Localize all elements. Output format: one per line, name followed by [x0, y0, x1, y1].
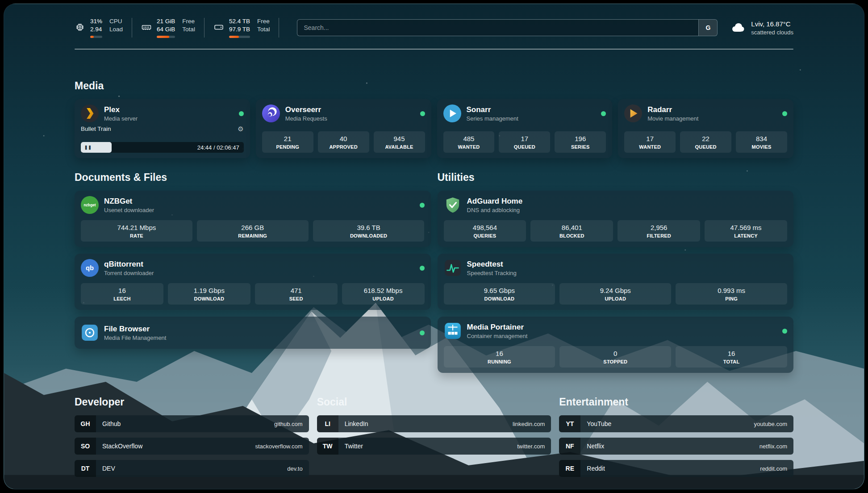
app-name: qBittorrent — [104, 259, 154, 269]
sonarr-icon — [443, 104, 461, 122]
bookmark-name: LinkedIn — [345, 420, 368, 427]
search-input[interactable] — [297, 19, 718, 36]
bookmark-name: StackOverflow — [102, 443, 142, 450]
section-utilities: Utilities Ad — [438, 171, 794, 373]
bookmark-abbr: YT — [559, 415, 580, 432]
stat-queries: 498,564 QUERIES — [444, 220, 526, 242]
cpu-percent: 31% — [90, 17, 102, 25]
weather-location: Lviv, 16.87°C — [751, 20, 793, 29]
section-title-developer: Developer — [75, 396, 309, 408]
app-card-sonarr[interactable]: Sonarr Series management 485 WANTED — [437, 99, 613, 158]
app-card-radarr[interactable]: Radarr Movie management 17 WANTED 2 — [618, 99, 793, 158]
bookmark-abbr: NF — [559, 438, 580, 455]
stat-download: 1.19 Gbps DOWNLOAD — [168, 283, 250, 305]
dashboard-content: 31% 2.94 CPU Load — [4, 4, 864, 482]
pause-icon[interactable]: ❚❚ — [81, 145, 92, 150]
app-card-overseerr[interactable]: Overseerr Media Requests 21 PENDING — [256, 99, 431, 158]
topbar-separator — [279, 18, 279, 38]
app-name: Radarr — [647, 105, 698, 114]
bookmark-reddit[interactable]: RE Reddit reddit.com — [559, 460, 793, 477]
stat-queued: 22 QUEUED — [680, 131, 731, 153]
status-dot — [420, 203, 425, 208]
section-social: Social LI LinkedIn linkedin.com TW Twitt… — [317, 396, 551, 482]
stat-filtered: 2,956 FILTERED — [618, 220, 700, 242]
bookmark-twitter[interactable]: TW Twitter twitter.com — [317, 438, 551, 455]
plex-icon — [81, 104, 99, 122]
section-documents: Documents & Files nzbget NZBGet — [75, 171, 431, 373]
overseerr-icon — [262, 104, 280, 122]
disk-free-label: Free — [257, 17, 270, 25]
ram-usage-bar — [157, 36, 175, 38]
section-title-entertainment: Entertainment — [559, 396, 793, 408]
topbar: 31% 2.94 CPU Load — [75, 17, 793, 38]
bookmark-stackoverflow[interactable]: SO StackOverflow stackoverflow.com — [75, 438, 309, 455]
bookmark-url: stackoverflow.com — [255, 443, 302, 450]
gear-icon[interactable]: ⚙ — [238, 125, 243, 132]
stat-wanted: 485 WANTED — [443, 131, 495, 153]
app-card-filebrowser[interactable]: File Browser Media File Management — [75, 317, 431, 349]
dashboard-panel: 31% 2.94 CPU Load — [4, 4, 864, 489]
stat-movies: 834 MOVIES — [736, 131, 787, 153]
section-title-social: Social — [317, 396, 551, 408]
app-subtitle: Series management — [467, 115, 518, 122]
app-card-portainer[interactable]: Media Portainer Container management 16 … — [438, 317, 794, 373]
app-subtitle: Torrent downloader — [104, 270, 154, 277]
app-subtitle: Usenet downloader — [104, 207, 154, 214]
bookmark-abbr: GH — [75, 415, 96, 432]
status-dot — [239, 111, 244, 116]
bookmark-url: reddit.com — [760, 465, 787, 472]
bookmark-abbr: RE — [559, 460, 580, 477]
disk-icon — [213, 22, 224, 33]
stat-upload: 618.52 Mbps UPLOAD — [342, 283, 425, 305]
app-card-adguard[interactable]: AdGuard Home DNS and adblocking 498,564 … — [438, 191, 794, 247]
status-dot — [420, 266, 425, 271]
disk-free-value: 52.4 TB — [229, 17, 250, 25]
app-card-speedtest[interactable]: Speedtest Speedtest Tracking 9.65 Gbps D… — [438, 254, 794, 310]
search-engine-button[interactable]: G — [698, 20, 717, 36]
bookmark-url: dev.to — [287, 465, 302, 472]
section-title-documents: Documents & Files — [75, 171, 431, 184]
stat-available: 945 AVAILABLE — [374, 131, 425, 153]
app-subtitle: Media server — [104, 115, 138, 122]
app-name: Sonarr — [467, 105, 518, 114]
bookmark-dev[interactable]: DT DEV dev.to — [75, 460, 309, 477]
svg-text:qb: qb — [86, 264, 94, 272]
cpu-label: CPU — [109, 17, 123, 25]
stat-rate: 744.21 Mbps RATE — [81, 220, 192, 242]
status-dot — [420, 111, 425, 116]
stat-downloaded: 39.6 TB DOWNLOADED — [313, 220, 425, 242]
stat-wanted: 17 WANTED — [624, 131, 676, 153]
app-name: Plex — [104, 105, 138, 114]
bookmark-linkedin[interactable]: LI LinkedIn linkedin.com — [317, 415, 551, 432]
app-card-plex[interactable]: Plex Media server Bullet Train ⚙ ❚❚ — [75, 99, 250, 158]
app-card-nzbget[interactable]: nzbget NZBGet Usenet downloader 74 — [75, 191, 431, 247]
now-playing-title: Bullet Train — [81, 125, 111, 132]
status-dot — [782, 111, 787, 116]
disk-stat-group: 52.4 TB 97.9 TB Free Total — [213, 17, 270, 38]
bookmark-github[interactable]: GH Github github.com — [75, 415, 309, 432]
app-name: File Browser — [104, 324, 166, 334]
status-dot — [601, 111, 606, 116]
stat-upload: 9.24 Gbps UPLOAD — [559, 283, 671, 305]
disk-total-label: Total — [257, 25, 270, 33]
app-subtitle: Media File Management — [104, 334, 166, 342]
app-subtitle: Movie management — [647, 115, 698, 122]
topbar-separator — [132, 18, 132, 38]
plex-progress-bar[interactable]: ❚❚ 24:44 / 02:06:47 — [81, 142, 244, 153]
stat-blocked: 86,401 BLOCKED — [530, 220, 613, 242]
bookmark-abbr: TW — [317, 438, 338, 455]
search-bar: G — [297, 19, 718, 36]
bookmark-name: Netflix — [587, 443, 604, 450]
stat-seed: 471 SEED — [255, 283, 338, 305]
app-name: AdGuard Home — [467, 196, 523, 206]
bookmark-youtube[interactable]: YT YouTube youtube.com — [559, 415, 793, 432]
stat-pending: 21 PENDING — [262, 131, 313, 153]
cpu-load-value: 2.94 — [90, 25, 102, 33]
ram-icon — [141, 22, 152, 33]
bookmark-netflix[interactable]: NF Netflix netflix.com — [559, 438, 793, 455]
bookmark-url: github.com — [274, 421, 303, 427]
bookmark-url: twitter.com — [517, 443, 545, 450]
app-card-qbittorrent[interactable]: qb qBittorrent Torrent downloader — [75, 254, 431, 310]
stat-running: 16 RUNNING — [444, 346, 555, 368]
ram-stat-group: 21 GiB 64 GiB Free Total — [141, 17, 195, 38]
